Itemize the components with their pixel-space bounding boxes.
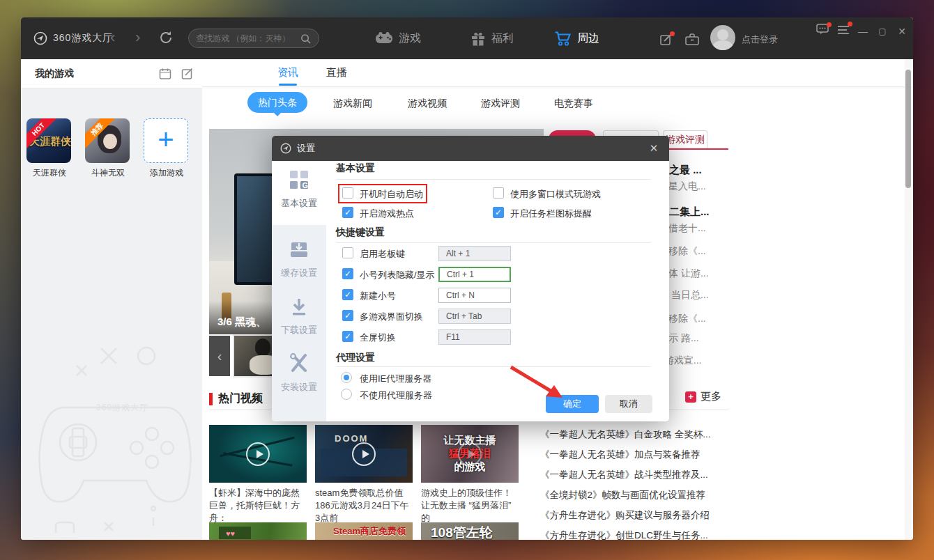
subtab-game-reviews[interactable]: 游戏评测 [481,98,520,110]
news-item[interactable]: 工 当日总... [659,289,732,302]
forward-arrow-icon[interactable]: › [135,30,140,45]
game-icon-doushenwushuang: 推荐 [85,118,130,163]
article-link[interactable]: 《一拳超人无名英雄》加点与装备推荐 [540,449,730,462]
article-link[interactable]: 《一拳超人无名英雄》白金攻略 全奖杯... [540,428,730,442]
subtab-game-videos[interactable]: 游戏视频 [408,98,447,110]
calendar-icon[interactable] [159,68,171,80]
toolbox-icon[interactable] [684,33,700,49]
minimize-button[interactable]: — [855,23,871,40]
red-bar-icon [209,393,213,405]
game-label: 天涯群侠 [26,167,72,179]
video-card[interactable]: DOOM steam免费领取总价值186元游戏3月24日下午3点前 [315,425,413,524]
checkbox-taskbar-reminder[interactable]: ✓ [493,207,504,218]
avatar[interactable] [710,25,735,50]
hot-videos-title: 热门视频 [218,391,263,406]
article-link[interactable]: 《方舟生存进化》创世DLC野生与任务... [540,529,730,540]
video-card[interactable]: 让无数主播 猛男落泪 的游戏 游戏史上的顶级佳作！让无数主播 “猛男落泪” 的 [421,425,519,524]
radio-no-proxy[interactable] [341,389,352,400]
video-card[interactable]: 【虾米】深海中的庞然巨兽，托斯特巨鱿！方舟： [209,425,307,524]
back-arrow-icon[interactable]: ‹ [110,30,115,45]
video-caption: 【虾米】深海中的庞然巨兽，托斯特巨鱿！方舟： [209,487,307,524]
news-item[interactable]: 球星入电... [659,180,732,193]
add-game-button[interactable]: + 添加游戏 [144,118,190,179]
video-thumbnail[interactable]: ♥♥ [209,522,307,540]
login-link[interactable]: 点击登录 [742,33,778,46]
search-icon[interactable] [300,33,311,44]
game-tianyaqunxia[interactable]: 天涯群侠 HOT 天涯群侠 [26,118,72,179]
checkbox-fullscreen-toggle[interactable]: ✓ [342,331,353,342]
article-link[interactable]: 《全境封锁2》帧数与画面优化设置推荐 [540,489,730,503]
article-link[interactable]: 《一拳超人无名英雄》战斗类型推荐及... [540,469,730,483]
news-item[interactable]: 群体 让游... [659,267,732,280]
nav-welfare[interactable]: 福利 [470,17,514,59]
game-doushenwushuang[interactable]: 推荐 斗神无双 [85,118,131,179]
compose-badge [670,31,675,36]
news-item[interactable]: 4游戏宣... [659,355,732,367]
checkbox-boss-key[interactable] [342,247,353,258]
checkbox-alt-list-toggle[interactable]: ✓ [342,268,353,279]
subtab-game-news[interactable]: 游戏新闻 [333,98,372,110]
news-item[interactable]: 者移除《... [659,245,732,258]
checkbox-multi-game-switch[interactable]: ✓ [342,310,353,321]
carousel-prev-arrow[interactable]: ‹ [209,336,230,376]
search-box[interactable] [188,29,319,48]
checkbox-new-alt[interactable]: ✓ [342,289,353,300]
hotkey-section-title: 快捷键设置 [336,226,385,239]
article-link[interactable]: 《方舟生存进化》购买建议与服务器介绍 [540,509,730,523]
search-input[interactable] [196,33,300,43]
cancel-button[interactable]: 取消 [605,395,652,413]
watermark-text: 360游戏大厅 [96,402,148,414]
hotkey-input-multi-game-switch[interactable]: Ctrl + Tab [438,309,511,324]
nav-games[interactable]: 游戏 [375,17,421,59]
hotkey-input-boss-key[interactable]: Alt + 1 [438,246,511,261]
checkbox-label: 启用老板键 [360,248,405,260]
messages-icon[interactable] [814,23,831,40]
more-link[interactable]: + 更多 [685,390,721,403]
dialog-nav-label: 基本设置 [272,197,326,210]
checkbox-autostart[interactable] [342,187,353,199]
news-item[interactable]: 年之最 ... [659,164,732,177]
tab-news[interactable]: 资讯 [277,66,298,79]
subtab-hot-headlines[interactable]: 热门头条 [247,92,307,113]
tab-live[interactable]: 直播 [326,66,347,79]
dialog-nav-cache[interactable]: 缓存设置 [272,240,326,279]
video-thumbnail[interactable]: Steam商店免费领 [315,522,413,540]
dialog-close-icon[interactable]: ✕ [647,141,661,155]
right-tab-3[interactable]: 游戏评测 [663,130,707,148]
messages-badge [827,22,832,27]
close-button[interactable]: ✕ [894,23,910,40]
news-item[interactable]: 演示 路... [659,332,732,345]
ok-button[interactable]: 确定 [546,395,599,413]
dialog-nav-download[interactable]: 下载设置 [272,297,326,336]
cart-icon [554,31,572,47]
checkbox-game-hotspot[interactable]: ✓ [342,207,353,218]
radio-use-ie-proxy[interactable] [341,372,352,383]
video-thumbnail[interactable]: 108管左轮 [421,522,519,540]
hotkey-input-new-alt[interactable]: Ctrl + N [438,288,511,303]
scrollbar-thumb[interactable] [905,70,911,188]
maximize-button[interactable]: ▢ [874,23,891,40]
subtab-esports[interactable]: 电竞赛事 [554,98,593,110]
edit-games-icon[interactable] [181,68,194,80]
hotkey-input-fullscreen[interactable]: F11 [438,329,511,345]
checkbox-label: 多游戏界面切换 [360,311,423,323]
dialog-nav-basic[interactable]: G 基本设置 [272,169,326,210]
checkbox-multiwindow[interactable] [493,187,504,199]
dialog-logo-icon [280,143,291,154]
hotkey-input-alt-list-toggle[interactable]: Ctrl + 1 [438,267,511,282]
nav-peripherals[interactable]: 周边 [554,17,599,59]
news-item[interactable]: 租借老十... [659,222,732,235]
news-item[interactable]: 第二集上... [659,205,732,219]
titlebar: 360游戏大厅 ‹ › 游戏 福利 [21,17,913,59]
refresh-icon[interactable] [158,29,174,49]
dialog-nav-install[interactable]: 安装设置 [272,353,326,394]
news-item[interactable]: 者移除《... [659,313,732,325]
menu-icon[interactable] [835,23,852,40]
app-title: 360游戏大厅 [53,32,113,45]
scrollbar-track[interactable] [905,59,912,540]
radio-label: 使用IE代理服务器 [360,373,431,385]
divider [336,179,651,180]
carousel-caption: 3/6 黑魂、 [217,316,266,329]
compose-icon[interactable] [659,33,673,49]
checkbox-label: 开启任务栏图标提醒 [510,208,592,220]
